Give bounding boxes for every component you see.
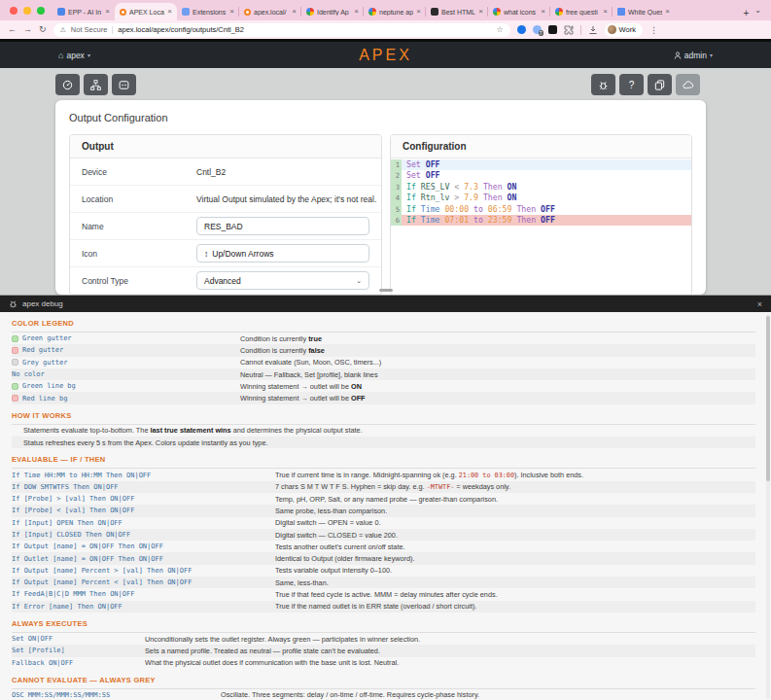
browser-tab[interactable]: White Ques× bbox=[613, 3, 675, 20]
code-text: Set OFF bbox=[402, 159, 691, 170]
debug-vertical-scrollbar[interactable] bbox=[766, 314, 770, 699]
code-line[interactable]: 1Set OFF bbox=[391, 159, 691, 170]
browser-tab[interactable]: Best HTML× bbox=[426, 3, 488, 20]
window-minimize-button[interactable] bbox=[23, 7, 31, 15]
browser-tab[interactable]: free questi× bbox=[550, 3, 613, 20]
syntax-text: If Error [name] Then ON|OFF bbox=[12, 603, 123, 611]
field-label: Icon bbox=[82, 249, 196, 259]
tab-close-icon[interactable]: × bbox=[541, 8, 545, 16]
syntax-text: If [Input] CLOSED Then ON|OFF bbox=[12, 531, 130, 539]
url-text[interactable]: apex.local/apex/config/outputs/Cntl_B2 bbox=[118, 25, 244, 34]
name-input[interactable]: RES_BAD bbox=[196, 217, 369, 235]
extension-icon[interactable] bbox=[548, 25, 557, 34]
browser-tab[interactable]: EPP - AI In× bbox=[53, 3, 115, 20]
form-row: Icon↕Up/Down Arrows bbox=[70, 240, 381, 267]
token: OFF bbox=[421, 170, 440, 180]
field-label: Device bbox=[82, 167, 196, 177]
bug-button[interactable] bbox=[591, 74, 615, 95]
nav-home-menu[interactable]: ⌂ apex ▾ bbox=[58, 51, 90, 60]
row-description: True if the named outlet is in ERR state… bbox=[275, 602, 755, 611]
forward-icon[interactable]: → bbox=[23, 25, 32, 34]
code-line[interactable]: 6If Time 07:01 to 23:59 Then OFF bbox=[391, 215, 691, 226]
green-swatch-icon bbox=[12, 383, 18, 390]
tab-close-icon[interactable]: × bbox=[478, 8, 483, 16]
browser-menu-icon[interactable]: ⋮ bbox=[649, 25, 658, 35]
syntax-code: Red gutter bbox=[12, 346, 240, 354]
field-label: Location bbox=[82, 194, 196, 204]
form-row: Control TypeAdvanced⌄ bbox=[70, 267, 381, 295]
nav-user-label: admin bbox=[684, 51, 707, 60]
code-line[interactable]: 3If RES_LV < 7.3 Then ON bbox=[391, 182, 691, 192]
extensions-puzzle-icon[interactable] bbox=[564, 25, 574, 35]
code-line[interactable]: 4If Rtn_lv > 7.9 Then ON bbox=[391, 192, 691, 203]
syntax-text: No color bbox=[12, 370, 45, 378]
syntax-code: Fallback ON|OFF bbox=[12, 659, 145, 667]
tab-close-icon[interactable]: × bbox=[167, 8, 172, 16]
sitemap-button[interactable] bbox=[84, 74, 108, 95]
gauge-button[interactable] bbox=[55, 74, 80, 95]
tab-close-icon[interactable]: × bbox=[292, 8, 297, 16]
horizontal-scrollbar[interactable] bbox=[379, 289, 393, 292]
token: Set bbox=[406, 170, 421, 180]
debug-table-row: OSC MMM:SS/MMM:SS/MMM:SSOscillate. Three… bbox=[12, 689, 755, 700]
help-button[interactable]: ? bbox=[619, 74, 644, 95]
window-zoom-button[interactable] bbox=[37, 7, 45, 15]
debug-panel-header: apex debug × bbox=[0, 296, 771, 312]
download-icon[interactable] bbox=[588, 25, 598, 35]
cloud-button[interactable] bbox=[676, 74, 700, 95]
browser-tab[interactable]: Extensions× bbox=[177, 3, 239, 20]
tab-close-icon[interactable]: × bbox=[665, 8, 670, 16]
nav-user-menu[interactable]: admin ▾ bbox=[674, 51, 713, 60]
back-icon[interactable]: ← bbox=[8, 25, 17, 34]
program-code-editor[interactable]: 1Set OFF2Set OFF3If RES_LV < 7.3 Then ON… bbox=[391, 158, 691, 294]
security-chip[interactable]: Not Secure bbox=[71, 25, 108, 34]
gutter-line-number: 1 bbox=[391, 159, 402, 170]
browser-tab[interactable]: apex.local/× bbox=[239, 3, 301, 20]
window-close-button[interactable] bbox=[10, 7, 18, 15]
row-description: Oscillate. Three segments: delay / on-ti… bbox=[221, 690, 755, 699]
icon-input[interactable]: ↕Up/Down Arrows bbox=[196, 244, 369, 262]
row-description: Digital switch — OPEN = value 0. bbox=[275, 518, 755, 527]
profile-chip[interactable]: Work bbox=[605, 23, 643, 37]
bookmark-star-icon[interactable]: ☆ bbox=[496, 25, 503, 34]
code-line[interactable]: 2Set OFF bbox=[391, 170, 691, 181]
close-icon[interactable]: × bbox=[757, 299, 762, 309]
code-line[interactable]: 5If Time 00:00 to 06:59 Then OFF bbox=[391, 204, 691, 215]
tab-title: neptune ap bbox=[379, 9, 413, 16]
token: If bbox=[406, 192, 416, 202]
tab-close-icon[interactable]: × bbox=[603, 8, 608, 16]
code-text: If Time 00:00 to 06:59 Then OFF bbox=[402, 204, 691, 215]
syntax-code: OSC MMM:SS/MMM:SS/MMM:SS bbox=[12, 691, 221, 699]
right-action-buttons: ? bbox=[591, 74, 700, 95]
browser-tab[interactable]: what icons× bbox=[488, 3, 550, 20]
tab-close-icon[interactable]: × bbox=[354, 8, 359, 16]
debug-table-row: Grey gutterCannot evaluate (Sun, Moon, O… bbox=[12, 357, 755, 368]
doc-blue-favicon-icon bbox=[57, 8, 65, 16]
browser-tab[interactable]: neptune ap× bbox=[364, 3, 426, 20]
apex-debug-panel: apex debug × COLOR LEGENDGreen gutterCon… bbox=[0, 295, 771, 700]
new-tab-button[interactable]: + bbox=[737, 8, 754, 20]
browser-tab[interactable]: APEX Local× bbox=[115, 3, 177, 20]
control-type-input[interactable]: Advanced⌄ bbox=[196, 271, 369, 290]
address-bar[interactable]: ⚠ Not Secure apex.local/apex/config/outp… bbox=[53, 23, 510, 37]
outlet-button[interactable] bbox=[112, 74, 136, 95]
token: ON bbox=[503, 182, 517, 192]
debug-table-row: Green gutterCondition is currently true bbox=[12, 332, 755, 344]
tab-search-chevron-icon[interactable]: ⌄ bbox=[754, 6, 761, 15]
tab-close-icon[interactable]: × bbox=[416, 8, 421, 16]
row-description: True if that feed cycle is active. MMM =… bbox=[275, 590, 755, 599]
gutter-line-number: 2 bbox=[391, 170, 402, 181]
code-text: If Rtn_lv > 7.9 Then ON bbox=[402, 192, 691, 203]
debug-table-row: If Output [name] = ON|OFF Then ON|OFFTes… bbox=[12, 541, 755, 552]
form-row: LocationVirtual Output simulated by the … bbox=[70, 186, 381, 213]
syntax-text: If [Probe] > [val] Then ON|OFF bbox=[12, 495, 134, 503]
tab-close-icon[interactable]: × bbox=[229, 8, 234, 16]
browser-tab[interactable]: Identify Ap× bbox=[301, 3, 364, 20]
tab-close-icon[interactable]: × bbox=[105, 8, 110, 16]
configuration-panel: Configuration 1Set OFF2Set OFF3If RES_LV… bbox=[390, 134, 692, 295]
gutter-line-number: 5 bbox=[391, 204, 402, 215]
reload-icon[interactable]: ↻ bbox=[39, 25, 47, 34]
copy-button[interactable] bbox=[648, 74, 672, 95]
extension-icon[interactable] bbox=[517, 25, 526, 34]
extension-badge-icon[interactable] bbox=[533, 25, 542, 34]
